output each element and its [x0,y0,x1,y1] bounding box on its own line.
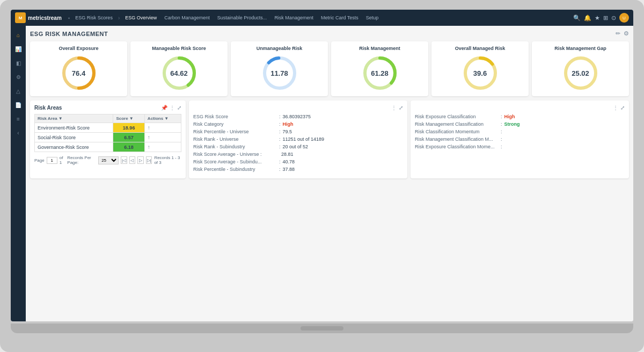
risk-class-value-1: Strong [504,121,520,127]
sidebar-docs-icon[interactable]: 📄 [13,100,23,110]
esg-sep-0: : [279,114,281,119]
per-page-select[interactable]: 25 50 100 [98,156,119,164]
col-score[interactable]: Score ▼ [113,114,144,123]
records-info: Records 1 - 3 of 3 [154,155,181,165]
risk-class-row-2: Risk Classification Momentum : [415,129,625,134]
last-page-btn[interactable]: ▷| [146,156,152,164]
sidebar-alert-icon[interactable]: △ [13,86,23,96]
esg-sep-3: : [279,137,281,142]
risk-class-label-1: Risk Management Classification [415,121,501,127]
nav-setup[interactable]: Setup [364,14,381,21]
settings-icon[interactable]: ⚙ [624,30,629,37]
page-title: ESG RISK MANAGEMENT [30,31,108,37]
sidebar-layers-icon[interactable]: ◧ [13,58,23,68]
bell-icon[interactable]: 🔔 [584,15,591,21]
risk-areas-pin-icon[interactable]: 📌 [161,105,167,111]
risk-class-more-icon[interactable]: ⋮ [613,105,618,111]
sidebar-home-icon[interactable]: ⌂ [13,30,23,40]
risk-class-sep-0: : [501,114,502,119]
help-icon[interactable]: ⊙ [611,15,616,21]
star-icon[interactable]: ★ [595,15,600,21]
page-input[interactable] [47,157,57,164]
risk-class-row-1: Risk Management Classification : Strong [415,121,625,127]
pagination: Page of 1 Records Per Page: 25 50 100 |◁… [34,155,181,165]
sidebar-list-icon[interactable]: ≡ [13,114,23,124]
nav-separator: ▪ [68,15,70,21]
risk-class-row-0: Risk Exposure Classification : High [415,114,625,119]
risk-areas-title: Risk Areas [34,105,62,111]
sidebar-collapse-icon[interactable]: ‹ [13,128,23,138]
esg-detail-expand-icon[interactable]: ⤢ [399,105,403,111]
card-title-unmanageable: Unmanageable Risk [257,46,303,51]
risk-areas-expand-icon[interactable]: ⤢ [177,105,181,111]
esg-label-7: Risk Percentile - Subindustry [193,167,279,172]
prev-page-btn[interactable]: ◁ [129,156,136,164]
col-risk-area[interactable]: Risk Area ▼ [35,114,113,123]
main-content: ESG RISK MANAGEMENT ✏ ⚙ Overall Exposure [26,26,633,321]
risk-class-rows: Risk Exposure Classification : High Risk… [415,114,625,149]
esg-value-0: 36.80392375 [283,114,311,119]
search-icon[interactable]: 🔍 [573,15,581,21]
row-action-env-icon[interactable]: ↑ [148,125,150,131]
esg-value-2: 79.5 [283,129,292,134]
esg-details-header: ⋮ ⤢ [193,105,403,111]
esg-value-7: 37.88 [283,167,295,172]
nav-carbon[interactable]: Carbon Management [162,14,212,21]
nav-esg-risk-scores[interactable]: ESG Risk Scores [73,14,115,21]
gauge-value-manageable: 64.62 [170,69,188,77]
row-area-gov: Governance-Risk Score [35,142,113,152]
gauge-unmanageable: 11.78 [261,54,298,92]
esg-info-row-3: Risk Rank - Universe : 11251 out of 1418… [193,137,403,142]
col-actions: Actions ▼ [144,114,181,123]
row-action-social-icon[interactable]: ↑ [148,134,150,140]
risk-class-label-4: Risk Exposure Classification Mome... [415,144,501,149]
nav-sustainable[interactable]: Sustainable Products... [215,14,269,21]
row-area-env: Environment-Risk Score [35,123,113,133]
risk-class-label-3: Risk Management Classification M... [415,137,501,142]
esg-sep-4: : [279,144,281,149]
page-label: Page [34,158,45,163]
sidebar-chart-icon[interactable]: 📊 [13,44,23,54]
esg-sep-1: : [279,121,281,127]
nav-icons: 🔍 🔔 ★ ⊞ ⊙ U [573,13,629,23]
user-avatar[interactable]: U [619,13,629,23]
risk-areas-more-icon[interactable]: ⋮ [170,105,175,111]
nav-esg-overview[interactable]: ESG Overview [123,14,159,21]
gauge-risk-mgmt: 61.28 [361,54,399,92]
esg-detail-more-icon[interactable]: ⋮ [391,105,397,111]
row-action-env[interactable]: ↑ [144,123,181,133]
esg-info-row-1: Risk Category : High [193,121,403,127]
esg-label-4: Risk Rank - Subindustry [193,144,279,149]
card-title-manageable: Manageable Risk Score [152,46,206,51]
gauge-manageable: 64.62 [160,54,198,92]
risk-class-row-4: Risk Exposure Classification Mome... : [415,144,625,149]
grid-icon[interactable]: ⊞ [603,15,608,21]
next-page-btn[interactable]: ▷ [137,156,144,164]
nav-metric-card[interactable]: Metric Card Tests [319,14,361,21]
card-risk-management: Risk Management 61.28 [331,41,428,96]
sidebar-settings-icon[interactable]: ⚙ [13,72,23,82]
card-title-overall-exposure: Overall Exposure [58,46,98,51]
row-score-env: 18.96 [113,123,144,133]
row-score-gov: 6.18 [113,142,144,152]
esg-info-row-6: Risk Score Average - Subindu... : 40.78 [193,159,403,164]
esg-info-row-2: Risk Percentile - Universe : 79.5 [193,129,403,134]
esg-sep-7: : [279,167,281,172]
esg-info-rows: ESG Risk Score : 36.80392375 Risk Catego… [193,114,403,172]
row-action-gov-icon[interactable]: ↑ [148,144,150,150]
risk-class-expand-icon[interactable]: ⤢ [620,105,625,111]
edit-icon[interactable]: ✏ [616,30,620,37]
nav-risk-mgmt[interactable]: Risk Management [272,14,316,21]
laptop-notch [301,326,343,331]
risk-class-label-0: Risk Exposure Classification [415,114,501,119]
first-page-btn[interactable]: |◁ [121,156,127,164]
risk-areas-table: Risk Area ▼ Score ▼ [34,114,181,152]
table-row: Social-Risk Score 6.57 ↑ [35,133,181,142]
risk-areas-header: Risk Areas 📌 ⋮ ⤢ [34,105,181,111]
row-action-gov[interactable]: ↑ [144,142,181,152]
esg-detail-icons: ⋮ ⤢ [391,105,403,111]
card-manageable-risk: Manageable Risk Score 64.62 [130,41,228,96]
card-overall-managed: Overall Managed Risk 39.6 [431,41,529,96]
row-action-social[interactable]: ↑ [144,133,181,142]
esg-value-3: 11251 out of 14189 [283,137,325,142]
